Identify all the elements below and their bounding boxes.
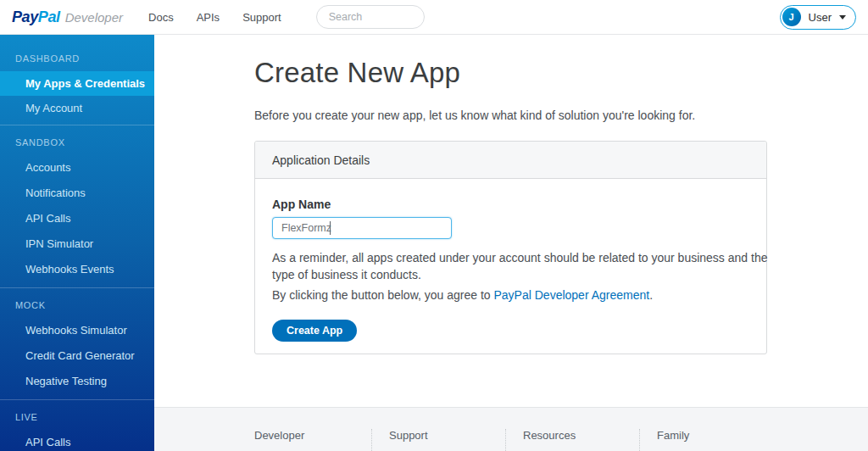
footer-col-support[interactable]: Support [371, 429, 505, 451]
sidebar-item-ipn-simulator[interactable]: IPN Simulator [0, 231, 154, 257]
sidebar-item-my-account[interactable]: My Account [0, 96, 154, 121]
logo-pal: Pal [38, 8, 60, 26]
chevron-down-icon [839, 15, 846, 19]
create-app-button[interactable]: Create App [272, 320, 357, 342]
nav-link-docs[interactable]: Docs [148, 11, 174, 24]
app-name-label: App Name [272, 198, 749, 211]
sidebar-item-notifications[interactable]: Notifications [0, 181, 154, 206]
text-cursor [330, 221, 331, 235]
logo-product: Developer [65, 10, 123, 25]
logo-pay: Pay [12, 8, 38, 26]
sidebar: DASHBOARD My Apps & Credentials My Accou… [0, 35, 154, 451]
developer-agreement-link[interactable]: PayPal Developer Agreement [494, 288, 650, 302]
agreement-prefix: By clicking the button below, you agree … [272, 288, 494, 302]
app-name-field-wrap [272, 217, 452, 239]
footer-col-developer[interactable]: Developer [237, 429, 371, 451]
sidebar-item-my-apps-credentials[interactable]: My Apps & Credentials [0, 71, 154, 96]
sidebar-item-webhooks-events[interactable]: Webhooks Events [0, 257, 154, 282]
app-name-input[interactable] [272, 217, 452, 239]
page-title: Create New App [254, 57, 868, 89]
footer: Developer Support Resources Family [154, 407, 868, 451]
card-header: Application Details [255, 142, 766, 179]
avatar: J [782, 8, 801, 26]
paypal-developer-logo[interactable]: PayPal Developer [12, 8, 123, 26]
intro-text: Before you create your new app, let us k… [254, 109, 868, 122]
top-navbar: PayPal Developer Docs APIs Support J Use… [0, 0, 868, 35]
main-content: Create New App Before you create your ne… [154, 36, 868, 407]
nav-link-support[interactable]: Support [242, 11, 281, 24]
sidebar-section-title-mock: MOCK [0, 288, 154, 318]
search-input[interactable] [316, 5, 425, 29]
sidebar-section-sandbox: SANDBOX Accounts Notifications API Calls… [0, 125, 154, 287]
sidebar-section-dashboard: DASHBOARD My Apps & Credentials My Accou… [0, 42, 154, 125]
sidebar-section-title-dashboard: DASHBOARD [0, 42, 154, 71]
user-menu-button[interactable]: J User [780, 5, 856, 30]
sidebar-item-api-calls-live[interactable]: API Calls [0, 430, 154, 451]
nav-link-apis[interactable]: APIs [197, 11, 220, 24]
sidebar-section-mock: MOCK Webhooks Simulator Credit Card Gene… [0, 287, 154, 399]
application-details-card: Application Details App Name As a remind… [254, 141, 767, 354]
sidebar-item-accounts[interactable]: Accounts [0, 155, 154, 181]
footer-columns: Developer Support Resources Family [237, 429, 773, 451]
user-label: User [809, 11, 832, 24]
sidebar-section-title-live: LIVE [0, 400, 154, 430]
sidebar-item-credit-card-generator[interactable]: Credit Card Generator [0, 343, 154, 369]
reminder-text: As a reminder, all apps created under yo… [272, 250, 771, 283]
sidebar-section-live: LIVE API Calls [0, 399, 154, 451]
footer-col-family[interactable]: Family [639, 429, 773, 451]
card-body: App Name As a reminder, all apps created… [255, 179, 766, 354]
sidebar-item-api-calls-sandbox[interactable]: API Calls [0, 206, 154, 231]
sidebar-item-negative-testing[interactable]: Negative Testing [0, 369, 154, 394]
agreement-suffix: . [649, 288, 653, 302]
top-nav-links: Docs APIs Support [148, 11, 304, 24]
agreement-text: By clicking the button below, you agree … [272, 287, 749, 304]
sidebar-item-webhooks-simulator[interactable]: Webhooks Simulator [0, 318, 154, 343]
sidebar-section-title-sandbox: SANDBOX [0, 125, 154, 155]
footer-col-resources[interactable]: Resources [505, 429, 639, 451]
